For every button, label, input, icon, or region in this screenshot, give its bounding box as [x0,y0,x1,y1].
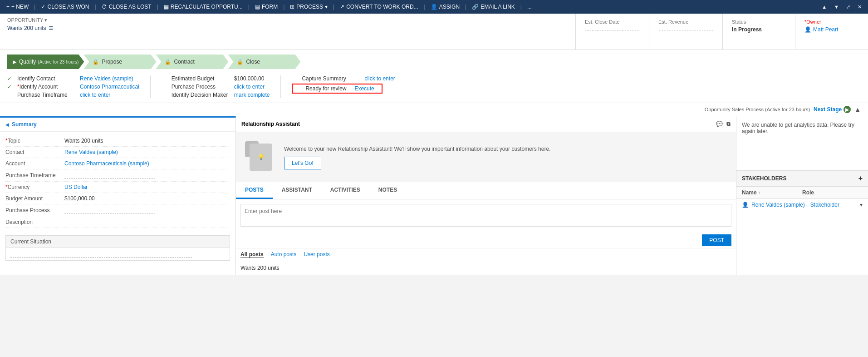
form-row-topic: *Topic Wants 200 units [5,135,230,147]
email-link-button[interactable]: 🔗 EMAIL A LINK [469,0,518,14]
post-input-area [236,199,736,233]
close-lost-label: CLOSE AS LOST [109,4,152,10]
purchase-process-label: Purchase Process [5,207,64,213]
stage-qualify[interactable]: ▶ Qualify (Active for 23 hours) [7,55,84,69]
topic-value: Wants 200 units [64,138,230,144]
relationship-assistant-section: Relationship Assistant 💬 ⧉ 💡 💡 Welcome t… [236,116,736,275]
stage-qualify-label: Qualify [19,59,36,65]
stakeholders-section: STAKEHOLDERS + Name ↑ Role 👤 Rene Valdes… [736,171,868,275]
budget-value: $100,000.00 [64,195,230,202]
more-label: ... [527,4,532,10]
ra-header: Relationship Assistant 💬 ⧉ [236,116,736,132]
toolbar: + + NEW | ✓ CLOSE AS WON | ⏱ CLOSE AS LO… [0,0,868,14]
filter-user-posts[interactable]: User posts [304,251,329,258]
plus-icon: + [6,4,10,10]
close-as-lost-button[interactable]: ⏱ CLOSE AS LOST [99,0,154,14]
description-value[interactable] [64,218,230,225]
name-column-header[interactable]: Name ↑ [742,189,802,196]
breadcrumb[interactable]: OPPORTUNITY ▾ [7,17,568,23]
current-situation-header[interactable]: Current Situation [6,236,230,248]
est-revenue-value[interactable]: …………………………… [658,26,713,32]
value-identify-decision-maker[interactable]: mark complete [234,92,270,98]
check-capture-summary: ✓ [292,75,298,82]
stakeholder-role[interactable]: Stakeholder [810,202,860,208]
process-fields: ✓ Identify Contact Rene Valdes (sample) … [7,73,861,103]
field-identify-contact: ✓ Identify Contact Rene Valdes (sample) [7,75,139,82]
contact-value[interactable]: Rene Valdes (sample) [64,149,230,155]
new-button[interactable]: + + NEW [4,0,31,14]
stakeholder-name[interactable]: Rene Valdes (sample) [751,202,805,208]
label-purchase-timeframe: Purchase Timeframe [17,92,76,98]
post-button[interactable]: POST [702,234,731,246]
close-button[interactable]: ✕ [855,0,864,14]
tab-notes[interactable]: NOTES [369,182,406,199]
won-icon: ✓ [41,4,45,10]
convert-label: CONVERT TO WORK ORD... [346,4,418,10]
hamburger-icon[interactable]: ≡ [49,24,53,32]
assign-button[interactable]: 👤 ASSIGN [428,0,462,14]
est-close-date-value[interactable]: …………………………… [585,26,640,32]
stage-propose[interactable]: 🔒 Propose [83,55,156,69]
value-capture-summary[interactable]: click to enter [364,75,395,82]
dropdown-arrow: ▾ [325,4,328,10]
collapse-icon[interactable]: ▲ [854,106,861,113]
owner-value[interactable]: 👤 Matt Peart [804,26,859,33]
expand-button[interactable]: ⤢ [843,0,853,14]
label-capture-summary: Capture Summary [302,75,361,82]
convert-button[interactable]: ↗ CONVERT TO WORK ORD... [337,0,421,14]
value-identify-account[interactable]: Contoso Pharmaceutical [80,84,139,90]
field-identify-account: ✓ *Identify Account Contoso Pharmaceutic… [7,84,139,90]
purchase-timeframe-label: Purchase Timeframe [5,172,64,178]
currency-value[interactable]: US Dollar [64,184,230,190]
field-capture-summary: ✓ Capture Summary click to enter [292,75,395,82]
tab-assistant[interactable]: ASSISTANT [273,182,321,199]
stage-contract[interactable]: 🔒 Contract [156,55,228,69]
process-icon: ⊞ [290,4,294,10]
value-purchase-process[interactable]: click to enter [234,84,265,90]
stakeholders-header: STAKEHOLDERS + [736,171,868,187]
purchase-timeframe-value[interactable] [64,172,230,179]
stakeholders-table-header: Name ↑ Role [736,187,868,199]
current-situation-subsection: Current Situation [5,235,230,261]
chat-icon[interactable]: 💬 [716,121,723,127]
status-col: Status In Progress [723,14,795,50]
post-input[interactable] [240,204,731,227]
down-arrow-button[interactable]: ▼ [831,0,842,14]
purchase-process-value[interactable] [64,207,230,213]
label-ready-for-review: Ready for review [305,85,351,92]
lets-go-button[interactable]: Let's Go! [284,157,321,169]
ra-title: Relationship Assistant [241,121,300,127]
ra-welcome-message: Welcome to your new Relationship Assista… [284,145,727,153]
filter-auto-posts[interactable]: Auto posts [271,251,297,258]
filter-all-posts[interactable]: All posts [240,251,264,258]
expand-ra-icon[interactable]: ⧉ [726,121,731,127]
stage-close[interactable]: 🔒 Close [228,55,300,69]
form-row-currency: *Currency US Dollar [5,182,230,193]
recalculate-button[interactable]: ▦ RECALCULATE OPPORTU... [161,0,245,14]
account-value[interactable]: Contoso Pharmaceuticals (sample) [64,160,230,167]
assign-icon: 👤 [431,4,437,10]
post-filter: All posts Auto posts User posts [236,248,736,261]
post-actions: POST [236,233,736,248]
name-header-label: Name [742,189,757,196]
summary-section: ◀ Summary *Topic Wants 200 units Contact… [0,116,236,275]
convert-icon: ↗ [340,4,344,10]
check-decision-maker: ✓ [162,92,168,98]
tab-posts[interactable]: POSTS [236,182,273,199]
recalculate-label: RECALCULATE OPPORTU... [171,4,243,10]
value-purchase-timeframe[interactable]: click to enter [80,92,110,98]
stakeholder-chevron-icon[interactable]: ▾ [860,202,863,208]
process-button[interactable]: ⊞ PROCESS ▾ [287,0,330,14]
check-purchase-timeframe: ✓ [7,92,14,98]
add-stakeholder-button[interactable]: + [858,174,863,183]
up-arrow-button[interactable]: ▲ [819,0,829,14]
more-button[interactable]: ... [525,0,535,14]
summary-header[interactable]: ◀ Summary [0,118,235,132]
value-execute[interactable]: Execute [354,85,374,92]
tab-activities[interactable]: ACTIVITIES [321,182,369,199]
check-estimated-budget: ✓ [162,75,168,82]
next-stage-button[interactable]: Next Stage ▶ [814,106,851,113]
close-as-won-button[interactable]: ✓ CLOSE AS WON [38,0,92,14]
value-identify-contact[interactable]: Rene Valdes (sample) [80,75,133,82]
form-button[interactable]: ▤ FORM [252,0,280,14]
